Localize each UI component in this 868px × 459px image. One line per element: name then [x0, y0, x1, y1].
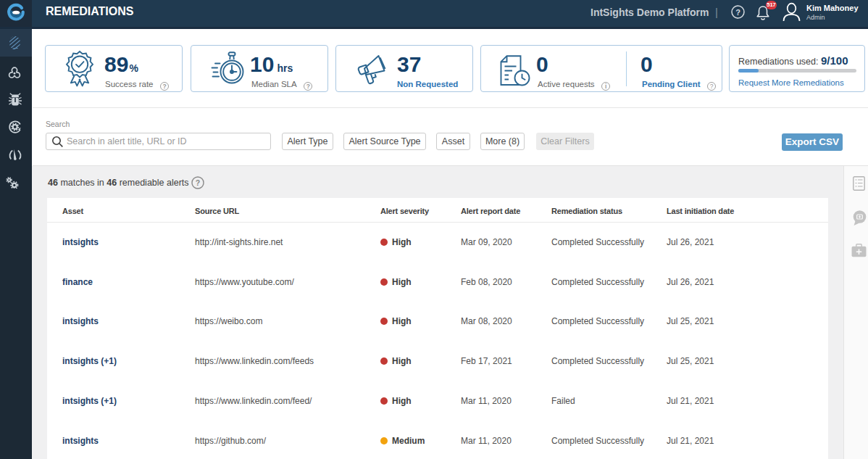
- svg-text:?: ?: [735, 8, 740, 17]
- svg-text:?: ?: [196, 178, 200, 187]
